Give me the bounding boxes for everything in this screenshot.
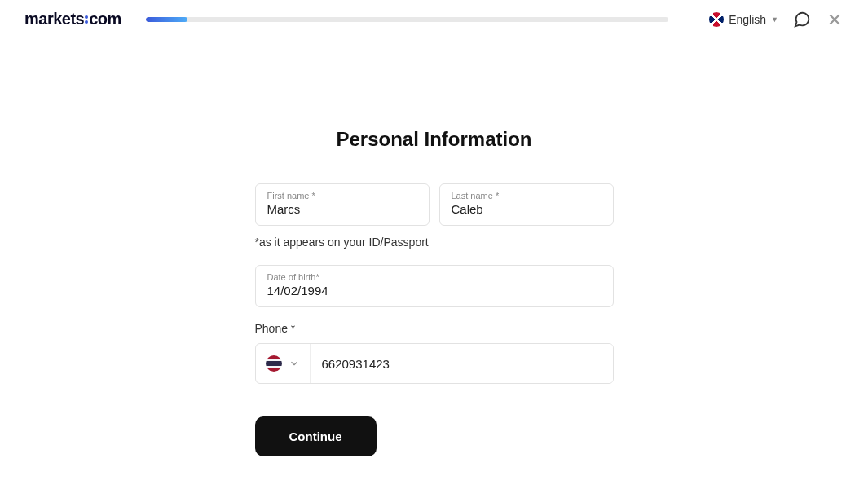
phone-field (255, 343, 614, 384)
name-row: First name * Last name * (255, 183, 614, 226)
chat-icon[interactable] (793, 11, 811, 29)
dob-label: Date of birth* (267, 272, 601, 282)
last-name-label: Last name * (452, 191, 601, 200)
logo-colon-icon (85, 15, 88, 24)
language-selector[interactable]: English ▼ (709, 12, 778, 27)
uk-flag-icon (709, 12, 724, 27)
phone-section-label: Phone * (255, 322, 614, 335)
chevron-down-icon: ▼ (771, 15, 778, 24)
progress-bar (146, 17, 668, 22)
country-code-selector[interactable] (256, 344, 311, 383)
language-label: English (729, 13, 766, 26)
first-name-field[interactable]: First name * (255, 183, 430, 226)
close-icon[interactable] (826, 11, 844, 29)
chevron-down-icon (289, 358, 300, 369)
progress-fill (146, 17, 187, 22)
form-container: Personal Information First name * Last n… (255, 128, 614, 456)
header-actions: English ▼ (709, 11, 844, 29)
phone-input[interactable] (311, 344, 613, 383)
last-name-field[interactable]: Last name * (439, 183, 614, 226)
page-title: Personal Information (255, 128, 614, 151)
dob-field[interactable]: Date of birth* (255, 265, 614, 307)
brand-logo: markets com (24, 10, 121, 29)
last-name-input[interactable] (452, 202, 601, 216)
id-helper-text: *as it appears on your ID/Passport (255, 236, 614, 249)
continue-button[interactable]: Continue (255, 416, 377, 456)
logo-text-2: com (89, 10, 121, 29)
header: markets com English ▼ (0, 0, 868, 38)
first-name-input[interactable] (267, 202, 417, 216)
dob-input[interactable] (267, 284, 601, 297)
logo-text-1: markets (24, 10, 84, 29)
thailand-flag-icon (266, 355, 282, 372)
first-name-label: First name * (267, 191, 417, 200)
